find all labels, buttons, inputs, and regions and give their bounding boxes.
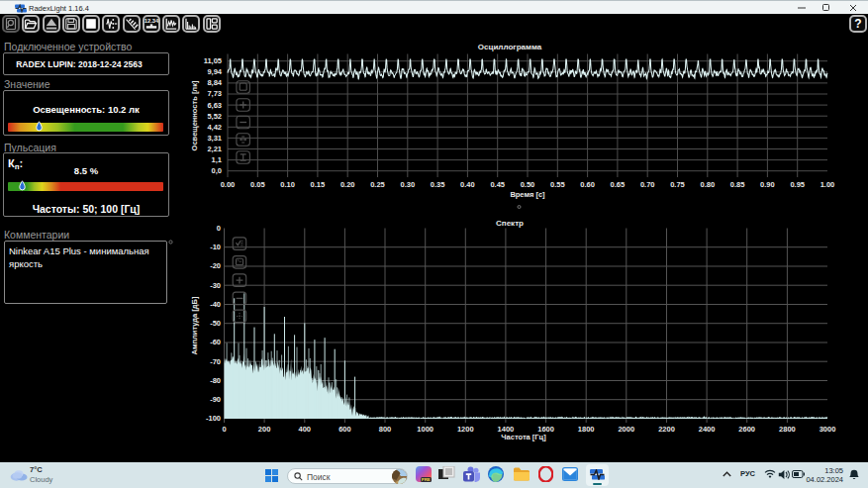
- svg-text:3000: 3000: [820, 425, 836, 434]
- svg-text:0.50: 0.50: [521, 180, 535, 189]
- svg-text:-10: -10: [210, 243, 221, 251]
- svg-text:4,42: 4,42: [207, 123, 222, 132]
- svg-text:0.10: 0.10: [280, 180, 295, 189]
- svg-text:?: ?: [854, 17, 861, 31]
- svg-text:-20: -20: [210, 261, 221, 270]
- svg-text:0,0: 0,0: [212, 166, 222, 175]
- svg-text:9,94: 9,94: [207, 67, 222, 76]
- svg-text:0.05: 0.05: [250, 180, 265, 189]
- svg-text:Частота [Гц]: Частота [Гц]: [501, 433, 546, 441]
- svg-text:Амплитуда [дБ]: Амплитуда [дБ]: [190, 296, 199, 354]
- svg-text:1200: 1200: [457, 425, 474, 434]
- svg-text:-70: -70: [210, 357, 221, 366]
- svg-text:600: 600: [338, 425, 351, 434]
- svg-text:0: 0: [222, 425, 226, 434]
- svg-text:-40: -40: [210, 300, 221, 309]
- svg-text:0.30: 0.30: [400, 180, 415, 189]
- svg-text:0.90: 0.90: [760, 180, 775, 189]
- svg-text:800: 800: [379, 425, 392, 434]
- svg-text:2400: 2400: [699, 425, 716, 434]
- svg-text:0.55: 0.55: [550, 180, 565, 189]
- svg-text:0.20: 0.20: [340, 180, 355, 189]
- svg-text:-60: -60: [210, 338, 221, 346]
- svg-text:0.85: 0.85: [730, 180, 745, 189]
- svg-text:0.25: 0.25: [370, 180, 385, 189]
- svg-text:2800: 2800: [779, 425, 796, 434]
- svg-text:11,05: 11,05: [204, 56, 222, 65]
- svg-text:0.45: 0.45: [490, 180, 505, 189]
- svg-text:Время [с]: Время [с]: [510, 190, 545, 199]
- svg-text:1.00: 1.00: [820, 180, 835, 189]
- svg-text:2000: 2000: [618, 425, 634, 434]
- svg-text:2,21: 2,21: [207, 145, 222, 153]
- svg-text:5,52: 5,52: [207, 112, 222, 121]
- svg-text:6,63: 6,63: [207, 101, 222, 110]
- svg-text:2600: 2600: [738, 425, 755, 434]
- svg-text:0.65: 0.65: [611, 180, 626, 189]
- svg-text:8,84: 8,84: [207, 78, 222, 87]
- svg-text:0.00: 0.00: [221, 180, 236, 189]
- svg-text:12.34: 12.34: [145, 18, 158, 24]
- svg-text:0.15: 0.15: [311, 180, 326, 189]
- svg-text:0.40: 0.40: [460, 180, 475, 189]
- svg-text:1800: 1800: [578, 425, 595, 434]
- svg-text:-90: -90: [210, 395, 221, 404]
- svg-text:Освещенность [лк]: Освещенность [лк]: [190, 80, 199, 150]
- svg-text:-80: -80: [210, 376, 221, 385]
- svg-text:0.70: 0.70: [640, 180, 655, 189]
- svg-text:-100: -100: [206, 414, 221, 423]
- svg-text:7,73: 7,73: [207, 89, 222, 98]
- svg-text:-50: -50: [210, 319, 221, 328]
- svg-text:0.75: 0.75: [670, 180, 685, 189]
- svg-text:0.35: 0.35: [431, 180, 445, 189]
- svg-text:-30: -30: [210, 281, 221, 290]
- svg-text:2200: 2200: [658, 425, 675, 434]
- svg-text:0.60: 0.60: [580, 180, 595, 189]
- svg-text:0.95: 0.95: [790, 180, 805, 189]
- svg-text:3,31: 3,31: [207, 134, 222, 143]
- svg-text:1000: 1000: [417, 425, 434, 434]
- svg-text:0.80: 0.80: [700, 180, 715, 189]
- svg-text:400: 400: [299, 425, 312, 434]
- svg-text:Осциллограмма: Осциллограмма: [478, 43, 542, 51]
- svg-text:200: 200: [258, 425, 271, 434]
- svg-text:0: 0: [217, 224, 221, 233]
- svg-text:1,1: 1,1: [212, 155, 222, 164]
- svg-text:Спектр: Спектр: [496, 219, 524, 228]
